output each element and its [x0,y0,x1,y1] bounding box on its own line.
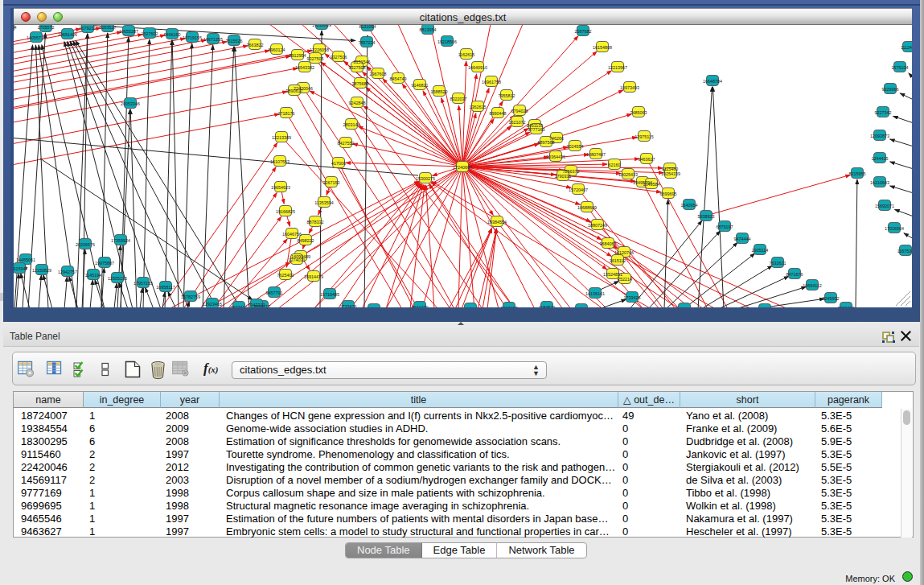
svg-text:10025433: 10025433 [618,172,638,177]
svg-text:10688609: 10688609 [577,205,597,210]
svg-text:7955812: 7955812 [499,93,515,98]
svg-text:9227342: 9227342 [875,110,892,115]
svg-text:11353594: 11353594 [314,200,334,205]
svg-text:1274031: 1274031 [289,257,306,262]
svg-text:16782759: 16782759 [181,295,200,299]
svg-text:10807487: 10807487 [586,152,606,157]
svg-text:1184520: 1184520 [539,305,556,308]
svg-text:19975887: 19975887 [95,261,114,266]
svg-text:10719155: 10719155 [183,35,202,40]
svg-text:10654112: 10654112 [803,283,822,288]
svg-text:12213967: 12213967 [608,65,627,70]
svg-text:8813054: 8813054 [420,27,437,32]
svg-text:8215955: 8215955 [849,171,866,176]
svg-text:1733426: 1733426 [340,304,357,308]
svg-text:9777169: 9777169 [528,127,545,132]
svg-text:16648784: 16648784 [703,79,722,84]
svg-text:9102734: 9102734 [676,307,693,308]
svg-text:1575104: 1575104 [892,65,909,70]
svg-text:3875685: 3875685 [352,81,369,86]
svg-text:15716485: 15716485 [320,292,339,297]
svg-text:1063527: 1063527 [100,25,117,30]
svg-text:417006: 417006 [331,161,346,166]
svg-text:6466160: 6466160 [164,32,181,37]
svg-text:1733426: 1733426 [624,295,641,300]
svg-text:5938923: 5938923 [698,214,715,219]
svg-text:17359924: 17359924 [111,238,130,243]
svg-text:12156829: 12156829 [32,268,51,273]
svg-text:7320951: 7320951 [573,307,590,308]
svg-text:16046756: 16046756 [282,232,302,237]
svg-text:6897568: 6897568 [538,140,555,145]
svg-text:9327506: 9327506 [331,55,347,60]
svg-text:8322037: 8322037 [450,97,467,101]
svg-text:7632621: 7632621 [770,261,786,266]
svg-text:16210643: 16210643 [870,180,889,185]
svg-text:8498222: 8498222 [298,238,314,243]
svg-text:9079211: 9079211 [80,26,97,31]
svg-text:16543382: 16543382 [295,65,314,70]
svg-text:7515526: 7515526 [226,39,243,43]
svg-text:9327505: 9327505 [307,56,324,61]
svg-text:1292346: 1292346 [366,307,383,308]
svg-text:15692071: 15692071 [875,204,894,208]
svg-text:17957255: 17957255 [133,281,153,286]
svg-text:16640910: 16640910 [468,65,487,70]
svg-text:8990448: 8990448 [490,111,507,116]
svg-text:10254339: 10254339 [661,171,680,176]
svg-text:7943210: 7943210 [248,303,265,307]
svg-text:14055714: 14055714 [27,35,46,40]
svg-text:8471676: 8471676 [786,272,803,277]
svg-text:6794028: 6794028 [511,109,528,113]
svg-text:16033809: 16033809 [312,25,331,27]
svg-text:17240667: 17240667 [453,165,472,170]
svg-text:14455061: 14455061 [16,257,35,262]
svg-text:7663822: 7663822 [247,43,264,47]
svg-text:8454749: 8454749 [390,76,407,81]
svg-text:9463627: 9463627 [639,157,655,162]
svg-text:8912954: 8912954 [290,53,306,58]
svg-text:9242848: 9242848 [349,101,366,105]
svg-text:19384554: 19384554 [487,220,507,225]
svg-text:1167534: 1167534 [897,249,912,253]
svg-text:8784904: 8784904 [14,25,17,30]
svg-text:8878332: 8878332 [307,220,324,225]
svg-text:16120746: 16120746 [614,250,634,255]
svg-text:8093452: 8093452 [838,306,855,308]
svg-text:9213407: 9213407 [501,306,518,308]
svg-text:6879197: 6879197 [717,225,733,229]
svg-text:12093873: 12093873 [870,134,889,138]
svg-text:8960124: 8960124 [269,47,285,52]
svg-text:15720407: 15720407 [569,187,588,192]
svg-text:1145194: 1145194 [85,273,102,278]
svg-text:1705572: 1705572 [38,25,55,30]
svg-text:7857224: 7857224 [359,40,376,45]
svg-text:2718176: 2718176 [278,111,295,116]
svg-text:3024554: 3024554 [567,144,584,149]
svg-text:1349584: 1349584 [643,182,660,187]
svg-text:9329966: 9329966 [882,87,899,92]
svg-text:9146821: 9146821 [412,83,429,88]
svg-text:1615112: 1615112 [610,258,626,263]
svg-text:7485063: 7485063 [630,110,647,115]
svg-text:12213389: 12213389 [272,135,291,140]
svg-text:2803144: 2803144 [343,122,360,127]
svg-text:3267150: 3267150 [323,180,340,185]
svg-text:252214: 252214 [618,277,632,282]
svg-text:9327508: 9327508 [349,65,366,70]
svg-text:20364436: 20364436 [546,154,565,159]
svg-text:8427552: 8427552 [338,141,355,146]
svg-text:9245652: 9245652 [823,296,840,301]
svg-text:9890617: 9890617 [286,89,303,93]
svg-text:1588520: 1588520 [431,89,448,94]
svg-text:10958117: 10958117 [156,285,175,290]
svg-text:9523410: 9523410 [231,305,248,308]
svg-text:1621072: 1621072 [509,120,526,125]
svg-text:12942757: 12942757 [58,270,77,274]
svg-text:12975115: 12975115 [634,134,654,139]
svg-text:19166825: 19166825 [276,209,295,214]
svg-text:17016504: 17016504 [885,226,904,231]
svg-text:8941230: 8941230 [412,305,429,308]
svg-text:8812045: 8812045 [757,307,774,308]
svg-text:12923465: 12923465 [203,302,222,307]
